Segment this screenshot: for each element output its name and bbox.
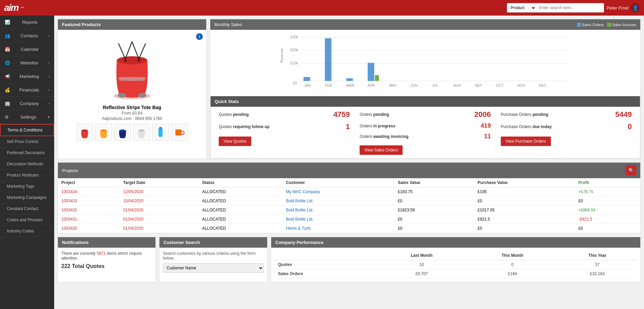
perf-label-quotes: Quotes — [275, 260, 376, 269]
search-type-select[interactable]: Product Customer Supplier Order — [507, 3, 536, 13]
user-avatar-icon[interactable]: 👤 — [630, 3, 640, 13]
search-input[interactable] — [536, 3, 604, 13]
quotes-followup-val: 1 — [346, 122, 350, 131]
sidebar-item-label: Reports — [22, 20, 38, 25]
stat-po-due-today: Purchase Orders due today 0 — [501, 122, 632, 131]
project-date: 01/04/2020 — [120, 206, 199, 215]
sidebar-item-terms-conditions[interactable]: Terms & Conditions — [0, 124, 54, 136]
view-quotes-button[interactable]: View Quotes — [219, 137, 251, 146]
project-date: 01/04/2020 — [120, 215, 199, 224]
financials-icon: 💰 — [5, 87, 10, 92]
topbar: aim™ Product Customer Supplier Order Pet… — [0, 0, 644, 16]
customer-search-criteria-select[interactable]: Customer Name Account Number Postcode Ph… — [163, 263, 264, 273]
sidebar-item-codes-phrases[interactable]: Codes and Phrases — [0, 214, 54, 226]
project-profit: -£921.5 — [575, 215, 640, 224]
stat-col-orders: Orders pending 2006 Orders in progress 4… — [355, 110, 496, 155]
marketing-icon: 📢 — [5, 74, 10, 79]
stat-quotes-pending: Quotes pending 4759 — [219, 110, 350, 119]
table-row: 1003431 01/04/2020 ALLOCATED Bold Bottle… — [58, 215, 640, 224]
sidebar-item-preferred-decorators[interactable]: Preferred Decorators — [0, 147, 54, 159]
sidebar-item-websites[interactable]: 🌐 Websites › — [0, 56, 54, 70]
project-customer[interactable]: My MAC Company — [282, 187, 394, 197]
notifications-count-link[interactable]: 5871 — [97, 251, 106, 256]
sidebar-item-calendar[interactable]: 📅 Calendar — [0, 43, 54, 56]
info-icon[interactable]: i — [196, 33, 203, 40]
sidebar-item-label: Company — [20, 101, 39, 106]
monthly-sales-panel: Monthly Sales Sales Orders Sales Invoice… — [210, 19, 641, 159]
sidebar-item-financials[interactable]: 💰 Financials › — [0, 83, 54, 97]
svg-point-3 — [137, 59, 140, 62]
svg-point-9 — [138, 93, 146, 98]
user-info: Peter Frost 👤 — [607, 3, 640, 13]
project-id[interactable]: 1003434 — [58, 187, 120, 197]
product-thumb-6[interactable] — [171, 124, 188, 141]
stat-po-pending: Purchase Orders pending 5449 — [501, 110, 632, 119]
product-thumb-4[interactable] — [133, 124, 150, 141]
search-wrapper: Product Customer Supplier Order — [507, 3, 604, 13]
projects-search-button[interactable]: 🔍 — [626, 165, 636, 176]
perf-sales-this-month: £184 — [467, 269, 558, 279]
project-profit: £0 — [575, 197, 640, 206]
product-thumb-1[interactable] — [76, 124, 93, 141]
orders-pending-label: Orders pending — [360, 112, 389, 117]
sidebar-item-company[interactable]: 🏢 Company › — [0, 97, 54, 110]
sidebar-item-settings[interactable]: ⚙ Settings ▾ — [0, 110, 54, 124]
sidebar-item-sell-price-control[interactable]: Sell Price Control — [0, 136, 54, 147]
sidebar-item-contacts[interactable]: 👥 Contacts › — [0, 29, 54, 43]
project-sales-value: £0 — [394, 197, 474, 206]
col-target-date: Target Date — [120, 178, 199, 187]
project-customer[interactable]: Herbs & Turfs — [282, 224, 394, 233]
project-id[interactable]: 1003431 — [58, 215, 120, 224]
stat-col-quotes: Quotes pending 4759 Quotes requiring fol… — [214, 110, 355, 155]
product-thumb-3[interactable] — [114, 124, 131, 141]
sidebar-item-marketing-campaigns[interactable]: Marketing Campaigns — [0, 192, 54, 203]
sidebar-item-product-attributes[interactable]: Product Attributes — [0, 170, 54, 181]
svg-rect-15 — [159, 127, 162, 129]
legend-orders-color — [577, 23, 581, 27]
svg-point-1 — [117, 56, 147, 64]
perf-table-head: Last Month This Month This Year — [275, 251, 637, 260]
project-customer[interactable]: Bold Bottle Ltd. — [282, 215, 394, 224]
project-id[interactable]: 1003430 — [58, 224, 120, 233]
stat-orders-inprogress: Orders in progress 419 — [360, 122, 491, 129]
svg-rect-28 — [346, 78, 353, 81]
view-sales-orders-button[interactable]: View Sales Orders — [360, 145, 403, 155]
legend-invoices-color — [607, 23, 611, 27]
col-sales-value: Sales Value — [394, 178, 474, 187]
stat-orders-awaiting: Orders awaiting invoicing 11 — [360, 133, 491, 140]
product-name[interactable]: Reflective Stripe Tote Bag — [61, 105, 203, 110]
col-purchase-value: Purchase Value — [474, 178, 575, 187]
project-purchase-value: £0 — [474, 197, 575, 206]
sidebar-item-constant-contact[interactable]: Constant Contact — [0, 203, 54, 214]
company-performance-table: Last Month This Month This Year Quotes 1… — [275, 251, 637, 279]
company-performance-panel: Company Performance Last Month This Mont… — [271, 237, 641, 282]
project-id[interactable]: 1003432 — [58, 206, 120, 215]
project-customer[interactable]: Bold Bottle Ltd. — [282, 206, 394, 215]
view-purchase-orders-button[interactable]: View Purchase Orders — [501, 137, 551, 146]
sidebar-item-industry-codes[interactable]: Industry Codes — [0, 226, 54, 237]
project-id[interactable]: 1003433 — [58, 197, 120, 206]
product-thumb-2[interactable] — [95, 124, 112, 141]
sidebar-item-label: Calendar — [21, 47, 39, 52]
product-image[interactable] — [98, 33, 166, 101]
monthly-sales-chart: £30k £20k £10k £0 Revenue — [214, 33, 637, 92]
main-layout: 📊 Reports 👥 Contacts › 📅 Calendar 🌐 Webs… — [0, 16, 644, 309]
sidebar-item-decoration-methods[interactable]: Decoration Methods — [0, 159, 54, 170]
stat-col-purchase-orders: Purchase Orders pending 5449 Purchase Or… — [496, 110, 637, 155]
svg-text:MAY: MAY — [389, 83, 396, 87]
notifications-header: Notifications — [58, 237, 155, 248]
table-row: 1003432 01/04/2020 ALLOCATED Bold Bottle… — [58, 206, 640, 215]
notifications-body: There are currently 5871 items which req… — [58, 248, 155, 273]
project-sales-value: £183.75 — [394, 187, 474, 197]
svg-rect-30 — [375, 75, 379, 81]
company-icon: 🏢 — [5, 101, 10, 106]
sidebar-item-reports[interactable]: 📊 Reports — [0, 16, 54, 29]
sidebar-item-marketing[interactable]: 📢 Marketing › — [0, 70, 54, 83]
product-thumb-5[interactable] — [152, 124, 169, 141]
project-customer[interactable]: Bold Bottle Ltd. — [282, 197, 394, 206]
customer-search-description: Search customers by various criteria usi… — [163, 251, 264, 261]
sidebar-item-marketing-tags[interactable]: Marketing Tags — [0, 181, 54, 192]
chevron-right-icon: › — [48, 102, 49, 105]
perf-sales-this-year: £32,164 — [558, 269, 637, 279]
logo-area: aim™ — [4, 2, 24, 13]
